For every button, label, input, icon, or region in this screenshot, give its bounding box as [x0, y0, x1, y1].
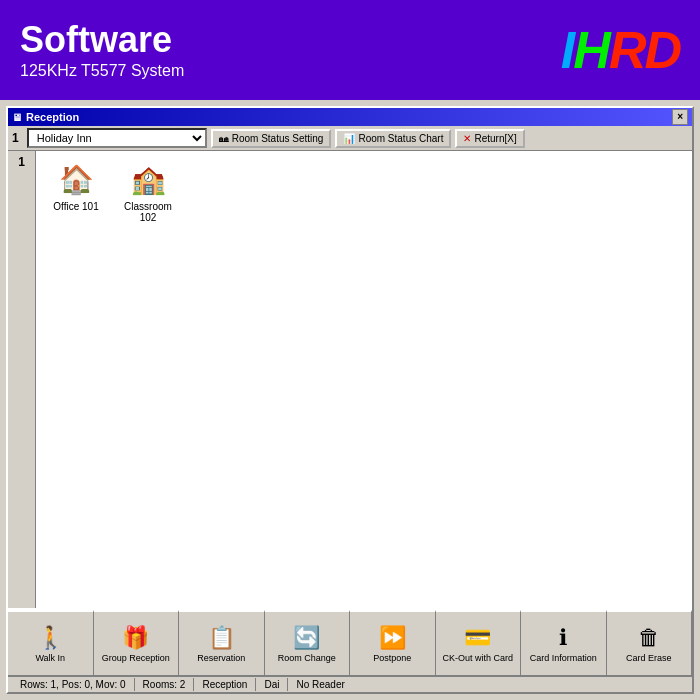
window-close-button[interactable]: × — [672, 109, 688, 125]
room-label-office-101: Office 101 — [53, 201, 98, 212]
group-reception-label: Group Reception — [102, 653, 170, 663]
header-logo: I H R D — [561, 20, 680, 80]
ck-out-with-card-button[interactable]: 💳 CK-Out with Card — [436, 610, 522, 675]
toolbar-floor-number: 1 — [12, 131, 19, 145]
reservation-button[interactable]: 📋 Reservation — [179, 610, 265, 675]
room-status-setting-button[interactable]: 🏘 Room Status Setting — [211, 129, 332, 148]
postpone-icon: ⏩ — [379, 625, 406, 651]
group-reception-button[interactable]: 🎁 Group Reception — [94, 610, 180, 675]
logo-d: D — [644, 20, 680, 80]
room-status-setting-label: Room Status Setting — [232, 133, 324, 144]
content-area: 1 🏠 Office 101 🏫 Classroom 102 — [8, 151, 692, 608]
header-subtitle: 125KHz T5577 System — [20, 62, 184, 80]
card-erase-label: Card Erase — [626, 653, 672, 663]
card-information-button[interactable]: ℹ Card Information — [521, 610, 607, 675]
reservation-icon: 📋 — [208, 625, 235, 651]
status-rooms: Rooms: 2 — [135, 678, 195, 691]
floor-sidebar: 1 — [8, 151, 36, 608]
header: Software 125KHz T5577 System I H R D — [0, 0, 700, 100]
postpone-button[interactable]: ⏩ Postpone — [350, 610, 436, 675]
status-reception: Reception — [194, 678, 256, 691]
card-erase-button[interactable]: 🗑 Card Erase — [607, 610, 693, 675]
room-icon-office-101: 🏠 — [52, 159, 100, 199]
status-reader: No Reader — [288, 678, 352, 691]
hotel-dropdown[interactable]: Holiday Inn — [27, 128, 207, 148]
window-titlebar-left: 🖥 Reception — [12, 111, 79, 123]
card-erase-icon: 🗑 — [638, 625, 660, 651]
room-change-label: Room Change — [278, 653, 336, 663]
room-item-office-101[interactable]: 🏠 Office 101 — [44, 159, 108, 223]
postpone-label: Postpone — [373, 653, 411, 663]
floor-label: 1 — [18, 155, 25, 169]
logo-i: I — [561, 20, 573, 80]
room-item-classroom-102[interactable]: 🏫 Classroom 102 — [116, 159, 180, 223]
window-frame: 🖥 Reception × 1 Holiday Inn 🏘 Room Statu… — [6, 106, 694, 694]
room-area: 🏠 Office 101 🏫 Classroom 102 — [36, 151, 692, 608]
room-status-setting-icon: 🏘 — [219, 133, 229, 144]
room-icon-classroom-102: 🏫 — [124, 159, 172, 199]
room-change-icon: 🔄 — [293, 625, 320, 651]
window-titlebar: 🖥 Reception × — [8, 108, 692, 126]
room-status-chart-label: Room Status Chart — [358, 133, 443, 144]
window-title: Reception — [26, 111, 79, 123]
room-status-chart-button[interactable]: 📊 Room Status Chart — [335, 129, 451, 148]
return-icon: ✕ — [463, 133, 471, 144]
reservation-label: Reservation — [197, 653, 245, 663]
window-icon: 🖥 — [12, 112, 22, 123]
status-rows: Rows: 1, Pos: 0, Mov: 0 — [12, 678, 135, 691]
walk-in-icon: 🚶 — [37, 625, 64, 651]
bottom-bar: 🚶 Walk In 🎁 Group Reception 📋 Reservatio… — [8, 608, 692, 676]
card-information-label: Card Information — [530, 653, 597, 663]
room-change-button[interactable]: 🔄 Room Change — [265, 610, 351, 675]
header-title: Software — [20, 20, 184, 60]
room-status-chart-icon: 📊 — [343, 133, 355, 144]
walk-in-button[interactable]: 🚶 Walk In — [8, 610, 94, 675]
return-label: Return[X] — [474, 133, 516, 144]
header-left: Software 125KHz T5577 System — [20, 20, 184, 80]
status-dai: Dai — [256, 678, 288, 691]
return-button[interactable]: ✕ Return[X] — [455, 129, 524, 148]
walk-in-label: Walk In — [35, 653, 65, 663]
status-bar: Rows: 1, Pos: 0, Mov: 0 Rooms: 2 Recepti… — [8, 676, 692, 692]
logo-r: R — [609, 20, 645, 80]
main-area: 🖥 Reception × 1 Holiday Inn 🏘 Room Statu… — [0, 100, 700, 700]
room-label-classroom-102: Classroom 102 — [116, 201, 180, 223]
logo-h: H — [573, 20, 609, 80]
ck-out-with-card-icon: 💳 — [464, 625, 491, 651]
toolbar: 1 Holiday Inn 🏘 Room Status Setting 📊 Ro… — [8, 126, 692, 151]
ck-out-with-card-label: CK-Out with Card — [442, 653, 513, 663]
group-reception-icon: 🎁 — [122, 625, 149, 651]
card-information-icon: ℹ — [559, 625, 567, 651]
